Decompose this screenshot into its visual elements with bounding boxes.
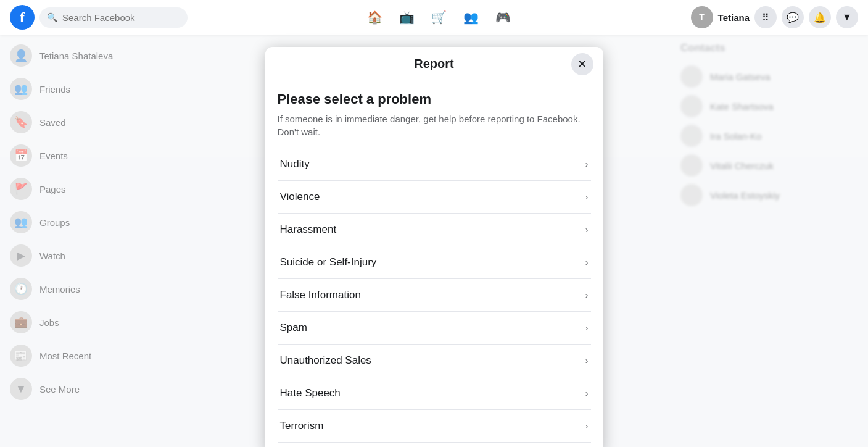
modal-body: Please select a problem If someone is in…: [265, 81, 603, 447]
chevron-right-icon: ›: [585, 323, 589, 333]
gaming-nav-button[interactable]: 🎮: [489, 2, 518, 32]
report-option[interactable]: False Information ›: [278, 279, 591, 312]
chevron-right-icon: ›: [585, 356, 589, 366]
notifications-icon: 🔔: [814, 12, 826, 23]
report-option-label: Suicide or Self-Injury: [280, 256, 377, 269]
report-option[interactable]: Hate Speech ›: [278, 377, 591, 410]
facebook-logo[interactable]: f: [10, 5, 35, 30]
dropdown-icon: ▼: [842, 12, 852, 23]
report-option[interactable]: Harassment ›: [278, 214, 591, 246]
report-option-label: Spam: [280, 322, 307, 334]
report-items-list: Nudity › Violence › Harassment › Suicide…: [278, 148, 591, 447]
nav-right: T Tetiana ⠿ 💬 🔔 ▼: [691, 6, 858, 28]
home-nav-button[interactable]: 🏠: [360, 2, 390, 32]
user-profile-button[interactable]: T Tetiana: [691, 6, 750, 28]
chevron-right-icon: ›: [585, 225, 589, 235]
apps-button[interactable]: ⠿: [754, 6, 777, 28]
search-icon: 🔍: [47, 12, 57, 22]
report-option[interactable]: Something Else ›: [278, 443, 591, 447]
fb-letter: f: [20, 9, 25, 26]
report-option-label: False Information: [280, 289, 361, 301]
avatar: T: [691, 6, 713, 28]
report-option[interactable]: Spam ›: [278, 312, 591, 345]
modal-header: Report ✕: [265, 47, 603, 81]
report-option-label: Terrorism: [280, 420, 324, 432]
report-option-label: Violence: [280, 191, 320, 203]
search-input[interactable]: [62, 12, 180, 23]
marketplace-nav-button[interactable]: 🛒: [424, 2, 454, 32]
report-option[interactable]: Violence ›: [278, 181, 591, 214]
topnav: f 🔍 🏠 📺 🛒 👥 🎮 T Tetiana ⠿ 💬 🔔 ▼: [0, 0, 868, 35]
username-label: Tetiana: [718, 12, 750, 23]
report-option-label: Unauthorized Sales: [280, 354, 371, 367]
groups-nav-button[interactable]: 👥: [457, 2, 486, 32]
problem-description: If someone is in immediate danger, get h…: [278, 112, 591, 138]
report-option[interactable]: Terrorism ›: [278, 410, 591, 443]
nav-center-icons: 🏠 📺 🛒 👥 🎮: [188, 2, 691, 32]
report-option[interactable]: Nudity ›: [278, 148, 591, 181]
report-modal: Report ✕ Please select a problem If some…: [265, 47, 603, 447]
modal-close-button[interactable]: ✕: [571, 53, 593, 75]
watch-nav-button[interactable]: 📺: [392, 2, 422, 32]
chevron-right-icon: ›: [585, 290, 589, 300]
search-bar[interactable]: 🔍: [39, 7, 188, 28]
messenger-button[interactable]: 💬: [782, 6, 804, 28]
report-option[interactable]: Suicide or Self-Injury ›: [278, 246, 591, 279]
close-icon: ✕: [577, 57, 587, 71]
report-option-label: Harassment: [280, 224, 337, 236]
problem-title: Please select a problem: [278, 91, 591, 107]
report-option[interactable]: Unauthorized Sales ›: [278, 345, 591, 377]
modal-title: Report: [414, 57, 453, 71]
modal-overlay: Report ✕ Please select a problem If some…: [0, 35, 868, 447]
chevron-right-icon: ›: [585, 388, 589, 398]
chevron-right-icon: ›: [585, 159, 589, 169]
apps-icon: ⠿: [762, 12, 769, 23]
messenger-icon: 💬: [787, 12, 799, 23]
chevron-right-icon: ›: [585, 421, 589, 431]
chevron-right-icon: ›: [585, 192, 589, 202]
chevron-right-icon: ›: [585, 257, 589, 267]
report-option-label: Nudity: [280, 158, 310, 170]
notifications-button[interactable]: 🔔: [809, 6, 831, 28]
report-option-label: Hate Speech: [280, 387, 341, 399]
dropdown-button[interactable]: ▼: [836, 6, 858, 28]
